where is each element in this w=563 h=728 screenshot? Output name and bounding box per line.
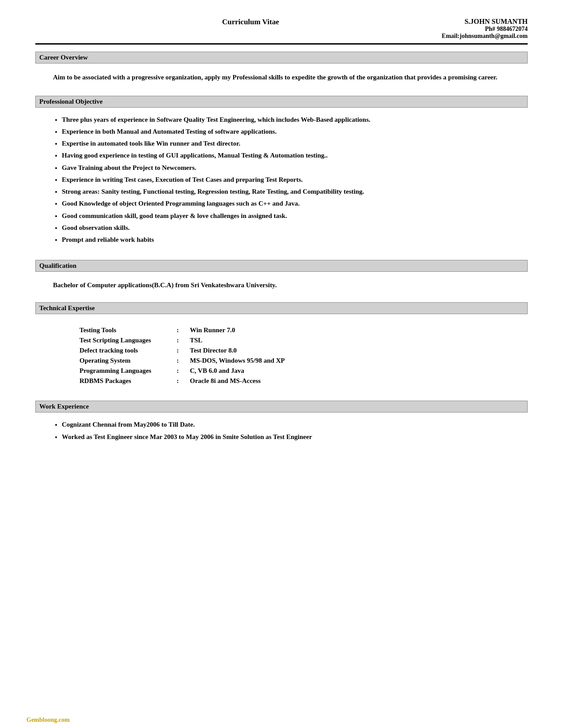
technical-expertise-table: Testing Tools : Win Runner 7.0Test Scrip… [35,319,528,394]
header-left: Curriculum Vitae [35,18,413,26]
curriculum-vitae-title: Curriculum Vitae [222,18,279,26]
tech-colon: : [177,367,190,375]
tech-value: Win Runner 7.0 [190,326,235,334]
professional-objective-bullets: Three plus years of experience in Softwa… [35,113,528,254]
tech-label: Defect tracking tools [79,347,177,354]
tech-label: Test Scripting Languages [79,337,177,344]
candidate-name: S.JOHN SUMANTH [413,18,528,26]
tech-row: Test Scripting Languages : TSL [79,337,510,344]
tech-value: TSL [190,337,202,344]
tech-label: Operating System [79,357,177,364]
tech-label: RDBMS Packages [79,377,177,385]
tech-row: RDBMS Packages : Oracle 8i and MS-Access [79,377,510,385]
tech-row: Operating System : MS-DOS, Windows 95/98… [79,357,510,364]
tech-row: Programming Languages : C, VB 6.0 and Ja… [79,367,510,375]
work-experience-section: Work Experience Cognizant Chennai from M… [35,401,528,451]
tech-row: Defect tracking tools : Test Director 8.… [79,347,510,354]
tech-value: C, VB 6.0 and Java [190,367,244,375]
list-item: Three plus years of experience in Softwa… [62,115,528,125]
qualification-section: Qualification Bachelor of Computer appli… [35,260,528,296]
tech-colon: : [177,337,190,344]
list-item: Expertise in automated tools like Win ru… [62,139,528,149]
professional-objective-list: Three plus years of experience in Softwa… [53,115,528,245]
qualification-text: Bachelor of Computer applications(B.C.A)… [35,277,528,296]
list-item: Having good experience in testing of GUI… [62,150,528,161]
career-overview-text: Aim to be associated with a progressive … [35,69,528,90]
career-overview-section: Career Overview Aim to be associated wit… [35,52,528,90]
list-item: Good communication skill, good team play… [62,211,528,221]
tech-colon: : [177,347,190,354]
professional-objective-header: Professional Objective [35,96,528,108]
header-right: S.JOHN SUMANTH Ph# 9884672074 Email:john… [413,18,528,40]
tech-colon: : [177,357,190,364]
watermark[interactable]: Gembloong.com [26,717,70,724]
tech-value: MS-DOS, Windows 95/98 and XP [190,357,285,364]
tech-label: Testing Tools [79,326,177,334]
qualification-header: Qualification [35,260,528,272]
work-experience-header: Work Experience [35,401,528,413]
list-item: Good Knowledge of object Oriented Progra… [62,199,528,209]
list-item: Gave Training about the Project to Newco… [62,163,528,173]
technical-expertise-section: Technical Expertise Testing Tools : Win … [35,302,528,394]
list-item: Prompt and reliable work habits [62,235,528,245]
tech-colon: : [177,377,190,385]
tech-row: Testing Tools : Win Runner 7.0 [79,326,510,334]
watermark-link[interactable]: Gembloong.com [26,717,70,723]
work-experience-list: Cognizant Chennai from May2006 to Till D… [53,420,528,442]
list-item: Experience in writing Test cases, Execut… [62,175,528,185]
list-item: Good observation skills. [62,223,528,233]
list-item: Worked as Test Engineer since Mar 2003 t… [62,432,528,442]
tech-label: Programming Languages [79,367,177,375]
work-experience-bullets: Cognizant Chennai from May2006 to Till D… [35,418,528,451]
list-item: Cognizant Chennai from May2006 to Till D… [62,420,528,430]
list-item: Experience in both Manual and Automated … [62,127,528,137]
tech-value: Test Director 8.0 [190,347,237,354]
professional-objective-section: Professional Objective Three plus years … [35,96,528,254]
career-overview-header: Career Overview [35,52,528,64]
technical-expertise-header: Technical Expertise [35,302,528,314]
header: Curriculum Vitae S.JOHN SUMANTH Ph# 9884… [35,18,528,40]
tech-value: Oracle 8i and MS-Access [190,377,261,385]
header-divider [35,43,528,45]
list-item: Strong areas: Sanity testing, Functional… [62,187,528,197]
tech-colon: : [177,326,190,334]
candidate-phone: Ph# 9884672074 [413,26,528,33]
candidate-email: Email:johnsumanth@gmail.com [413,33,528,40]
resume-page: Curriculum Vitae S.JOHN SUMANTH Ph# 9884… [0,0,563,728]
